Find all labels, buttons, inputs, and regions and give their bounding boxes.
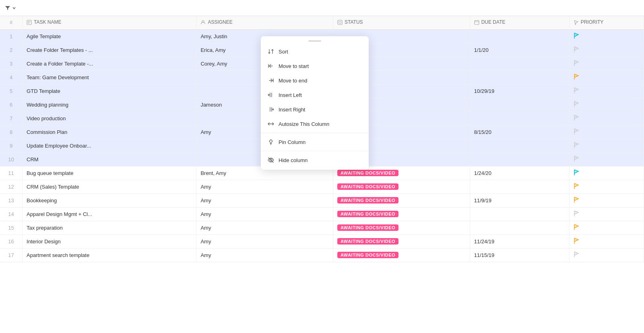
row-priority: [569, 166, 644, 180]
row-duedate: [470, 98, 569, 111]
row-status[interactable]: AWAITING DOCS/VIDEO: [333, 248, 470, 262]
row-task[interactable]: Create Folder Templates - ...: [23, 43, 196, 57]
row-task[interactable]: GTD Template: [23, 84, 196, 98]
row-duedate: 11/24/19: [470, 234, 569, 248]
menu-item-move-start[interactable]: Move to start: [261, 59, 369, 73]
menu-item-label: Move to start: [279, 63, 309, 69]
row-task[interactable]: Update Employee Onboar...: [23, 139, 196, 152]
row-task[interactable]: Agile Template: [23, 29, 196, 43]
row-priority: [569, 193, 644, 207]
menu-items-container: Sort Move to start Move to end Insert Le…: [261, 44, 369, 167]
row-task[interactable]: Interior Design: [23, 234, 196, 248]
table-row[interactable]: 16 Interior Design Amy AWAITING DOCS/VID…: [0, 234, 644, 248]
row-priority: [569, 221, 644, 234]
table-row[interactable]: 15 Tax preparation Amy AWAITING DOCS/VID…: [0, 221, 644, 234]
row-duedate: [470, 152, 569, 166]
menu-item-insert-right[interactable]: Insert Right: [261, 102, 369, 117]
menu-item-autosize[interactable]: Autosize This Column: [261, 117, 369, 131]
row-task[interactable]: Apparel Design Mgmt + Cl...: [23, 207, 196, 221]
task-header-icon: [27, 20, 32, 25]
flag-icon: [574, 115, 579, 121]
menu-item-label: Pin Column: [279, 139, 305, 145]
row-duedate: [470, 221, 569, 234]
col-header-assignee[interactable]: ASSIGNEE: [196, 16, 333, 29]
row-task[interactable]: CRM: [23, 152, 196, 166]
row-status[interactable]: AWAITING DOCS/VIDEO: [333, 193, 470, 207]
move-end-icon: [267, 77, 275, 84]
row-status[interactable]: AWAITING DOCS/VIDEO: [333, 207, 470, 221]
row-priority: [569, 98, 644, 111]
flag-icon: [574, 224, 579, 230]
row-assignee[interactable]: Amy: [196, 180, 333, 193]
row-status[interactable]: AWAITING DOCS/VIDEO: [333, 180, 470, 193]
row-task[interactable]: Wedding planning: [23, 98, 196, 111]
row-priority: [569, 43, 644, 57]
filter-button[interactable]: [5, 5, 16, 11]
table-row[interactable]: 17 Apartment search template Amy AWAITIN…: [0, 248, 644, 262]
col-header-task[interactable]: TASK NAME: [23, 16, 196, 29]
table-row[interactable]: 14 Apparel Design Mgmt + Cl... Amy AWAIT…: [0, 207, 644, 221]
row-duedate: 1/24/20: [470, 166, 569, 180]
menu-item-insert-left[interactable]: Insert Left: [261, 88, 369, 102]
assignee-header-icon: [200, 20, 206, 25]
row-duedate: [470, 29, 569, 43]
row-task[interactable]: Video production: [23, 111, 196, 125]
row-priority: [569, 234, 644, 248]
svg-rect-4: [475, 21, 479, 25]
priority-header-icon: [574, 20, 579, 25]
status-badge: AWAITING DOCS/VIDEO: [337, 197, 398, 204]
row-task[interactable]: Bug queue template: [23, 166, 196, 180]
row-assignee[interactable]: Amy: [196, 234, 333, 248]
col-header-duedate[interactable]: DUE DATE: [470, 16, 569, 29]
row-task[interactable]: Team: Game Development: [23, 70, 196, 84]
row-priority: [569, 29, 644, 43]
menu-item-move-end[interactable]: Move to end: [261, 73, 369, 88]
row-num: 8: [0, 125, 23, 139]
menu-item-label: Sort: [279, 49, 288, 55]
row-duedate: 8/15/20: [470, 125, 569, 139]
row-assignee[interactable]: Amy: [196, 193, 333, 207]
flag-icon: [574, 101, 579, 107]
row-assignee[interactable]: Amy: [196, 248, 333, 262]
row-num: 15: [0, 221, 23, 234]
row-num: 2: [0, 43, 23, 57]
col-header-num[interactable]: #: [0, 16, 23, 29]
row-status[interactable]: AWAITING DOCS/VIDEO: [333, 234, 470, 248]
sort-icon: [267, 48, 275, 55]
status-badge: AWAITING DOCS/VIDEO: [337, 252, 398, 258]
menu-item-pin[interactable]: Pin Column: [261, 135, 369, 149]
row-num: 13: [0, 193, 23, 207]
row-assignee[interactable]: Amy: [196, 221, 333, 234]
context-menu: Sort Move to start Move to end Insert Le…: [261, 36, 369, 170]
col-header-priority[interactable]: PRIORITY: [569, 16, 644, 29]
col-header-status[interactable]: STATUS: [333, 16, 470, 29]
row-duedate: [470, 139, 569, 152]
flag-icon: [574, 169, 579, 176]
hide-icon: [267, 156, 275, 164]
svg-point-3: [339, 21, 341, 23]
menu-item-sort[interactable]: Sort: [261, 44, 369, 59]
menu-item-hide[interactable]: Hide column: [261, 153, 369, 167]
row-task[interactable]: Apartment search template: [23, 248, 196, 262]
table-row[interactable]: 12 CRM (Sales) Template Amy AWAITING DOC…: [0, 180, 644, 193]
duedate-header-icon: [474, 20, 479, 25]
menu-item-label: Hide column: [279, 157, 308, 163]
row-task[interactable]: Create a Folder Template -...: [23, 57, 196, 70]
row-task[interactable]: Bookkeeping: [23, 193, 196, 207]
row-duedate: 11/15/19: [470, 248, 569, 262]
row-task[interactable]: Commission Plan: [23, 125, 196, 139]
status-badge: AWAITING DOCS/VIDEO: [337, 170, 398, 176]
row-priority: [569, 111, 644, 125]
row-priority: [569, 207, 644, 221]
menu-item-label: Insert Left: [279, 92, 302, 98]
status-badge: AWAITING DOCS/VIDEO: [337, 224, 398, 231]
row-task[interactable]: Tax preparation: [23, 221, 196, 234]
row-assignee[interactable]: Amy: [196, 207, 333, 221]
filter-icon: [5, 5, 10, 11]
row-status[interactable]: AWAITING DOCS/VIDEO: [333, 221, 470, 234]
menu-divider: [261, 133, 369, 133]
status-header-icon: [337, 20, 343, 25]
flag-icon: [574, 156, 579, 162]
row-task[interactable]: CRM (Sales) Template: [23, 180, 196, 193]
table-row[interactable]: 13 Bookkeeping Amy AWAITING DOCS/VIDEO 1…: [0, 193, 644, 207]
